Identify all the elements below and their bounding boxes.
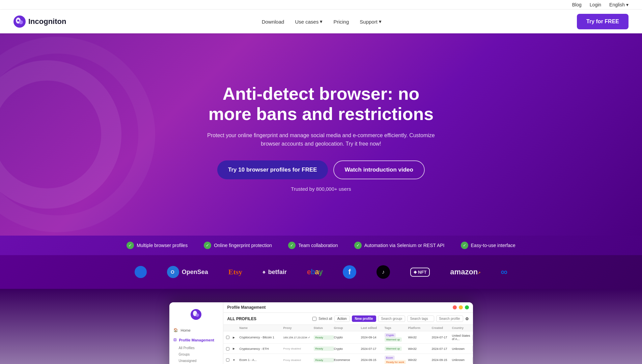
- row-lastedited-2: 2024-07-17: [361, 347, 385, 351]
- row-expand-3[interactable]: ▼: [233, 359, 240, 362]
- settings-icon[interactable]: ⚙: [465, 316, 469, 321]
- row-checkbox-3[interactable]: [226, 358, 229, 362]
- sidebar-item-profile-management[interactable]: ⊡ Profile Management: [169, 335, 223, 345]
- brand-name-nft: NFT: [418, 270, 426, 275]
- check-icon-2: ✓: [204, 242, 211, 249]
- brand-ebay: ebay: [307, 268, 323, 276]
- feature-label-2: Online fingerprint protection: [214, 243, 272, 248]
- row-group-3: Ecommerce: [334, 358, 361, 362]
- window-close-icon[interactable]: [453, 305, 457, 309]
- col-status: Status: [314, 326, 334, 330]
- nav-links: Download Use cases ▾ Pricing Support ▾: [262, 19, 382, 25]
- start-button-3[interactable]: Start: [472, 357, 473, 363]
- feature-label-4: Automation via Selenium or REST API: [364, 243, 445, 248]
- search-tags-input[interactable]: [407, 315, 434, 322]
- login-link[interactable]: Login: [590, 2, 601, 7]
- row-tags-2: Warmed up: [385, 346, 408, 351]
- profile-toolbar: Select all Action New profile ⚙: [312, 315, 469, 322]
- logo[interactable]: Incogniton: [13, 16, 66, 28]
- col-last-edited: Last edited: [361, 326, 385, 330]
- svg-point-10: [196, 313, 199, 317]
- tag-warmed-1: Warmed up: [385, 337, 402, 342]
- app-window: 🏠 Home ⊡ Profile Management All Profiles…: [169, 302, 473, 364]
- feature-fingerprint-protection: ✓ Online fingerprint protection: [204, 242, 272, 249]
- nav-use-cases[interactable]: Use cases ▾: [295, 19, 323, 25]
- feature-label-5: Easy-to-use interface: [471, 243, 515, 248]
- col-platform: Platform: [408, 326, 432, 330]
- try-free-button[interactable]: Try for FREE: [577, 14, 629, 29]
- col-group: Group: [334, 326, 361, 330]
- col-name: Name: [240, 326, 283, 330]
- language-selector[interactable]: English ▾: [609, 2, 629, 7]
- hero-title: Anti-detect browser: no more bans and re…: [203, 84, 439, 124]
- feature-label-3: Team collaboration: [298, 243, 338, 248]
- row-lastedited-1: 2024-09-14: [361, 336, 385, 339]
- row-tags-1: Crypto Warmed up: [385, 333, 408, 342]
- sidebar-item-home[interactable]: 🏠 Home: [169, 325, 223, 335]
- features-bar: ✓ Multiple browser profiles ✓ Online fin…: [0, 236, 642, 255]
- brand-name-etsy: Etsy: [228, 268, 243, 276]
- nav-support[interactable]: Support ▾: [360, 19, 382, 25]
- select-all-label: Select all: [318, 317, 332, 321]
- action-button[interactable]: Action: [334, 315, 350, 322]
- row-status-2: Ready: [314, 346, 334, 351]
- brand-icon-custom: [135, 266, 147, 278]
- row-name-3: Ecom 1 - A...: [240, 358, 283, 362]
- window-controls: [453, 305, 469, 309]
- try-free-hero-button[interactable]: Try 10 browser profiles for FREE: [217, 160, 328, 179]
- start-button-1[interactable]: Start: [472, 334, 473, 341]
- svg-point-4: [137, 268, 145, 276]
- tag-crypto-1: Crypto: [385, 333, 396, 337]
- sidebar-home-label: Home: [181, 328, 191, 332]
- feature-label-1: Multiple browser profiles: [137, 243, 188, 248]
- search-profiles-input[interactable]: [436, 315, 463, 322]
- row-checkbox-1[interactable]: [226, 336, 229, 339]
- window-maximize-icon[interactable]: [465, 305, 469, 309]
- hero-buttons: Try 10 browser profiles for FREE Watch i…: [217, 160, 425, 179]
- search-groups-input[interactable]: [378, 315, 405, 322]
- blog-link[interactable]: Blog: [572, 2, 582, 7]
- facebook-f-icon: f: [348, 268, 351, 276]
- brand-icon-tiktok: ♪: [376, 265, 390, 279]
- row-expand-2[interactable]: ▶: [233, 347, 240, 350]
- row-expand-1[interactable]: ▶: [233, 336, 240, 339]
- new-profile-button[interactable]: New profile: [352, 315, 376, 322]
- support-arrow-icon: ▾: [379, 19, 382, 25]
- sidebar-groups[interactable]: Groups: [179, 351, 223, 358]
- sidebar-unassigned[interactable]: Unassigned: [179, 358, 223, 364]
- sidebar-profile-label: Profile Management: [179, 338, 215, 342]
- row-status-1: Ready: [314, 335, 334, 340]
- brand-name-ebay: ebay: [307, 268, 323, 276]
- lang-arrow-icon: ▾: [626, 2, 629, 7]
- select-all-checkbox[interactable]: [312, 317, 316, 321]
- nav-pricing[interactable]: Pricing: [333, 19, 349, 25]
- nav-download[interactable]: Download: [262, 19, 284, 25]
- brand-icon-opensea: O: [167, 266, 179, 278]
- row-checkbox-2[interactable]: [226, 347, 229, 351]
- window-minimize-icon[interactable]: [459, 305, 463, 309]
- brand-nft: ◆ NFT: [410, 268, 430, 277]
- table-row[interactable]: ▶ Cryptocurrency - ETH Proxy disabled Re…: [223, 344, 473, 354]
- hero-subtitle: Protect your online fingerprint and mana…: [206, 131, 436, 148]
- sidebar-sub-profiles: All Profiles Groups Unassigned: [169, 345, 223, 364]
- feature-team-collab: ✓ Team collaboration: [288, 242, 338, 249]
- row-created-1: 2024-07-17: [432, 336, 452, 339]
- row-proxy-1: 169.159.17.23:2234 ✓: [283, 336, 314, 339]
- table-row[interactable]: ▶ Cryptocurrency - Bitcoin 1 169.159.17.…: [223, 331, 473, 344]
- sidebar-all-profiles[interactable]: All Profiles: [179, 345, 223, 351]
- row-group-2: Crypto: [334, 347, 361, 351]
- use-cases-arrow-icon: ▾: [320, 19, 323, 25]
- row-proxy-3: Proxy disabled: [283, 359, 314, 362]
- profiles-table: Name Proxy Status Group Last edited Tags…: [223, 325, 473, 364]
- tag-ready-1: Ready for work: [385, 360, 406, 364]
- tiktok-icon: ♪: [382, 269, 385, 275]
- brand-icon-facebook: f: [343, 265, 356, 279]
- brand-opensea: O OpenSea: [167, 266, 208, 278]
- table-row[interactable]: ▼ Ecom 1 - A... Proxy disabled Ready Eco…: [223, 354, 473, 364]
- start-button-2[interactable]: Start: [472, 345, 473, 352]
- row-platform-1: Win32: [408, 336, 432, 339]
- watch-video-button[interactable]: Watch introduction video: [333, 160, 425, 179]
- app-header: Profile Management: [223, 302, 473, 313]
- top-bar: Blog Login English ▾: [0, 0, 642, 10]
- trusted-text: Trusted by 800,000+ users: [291, 186, 351, 192]
